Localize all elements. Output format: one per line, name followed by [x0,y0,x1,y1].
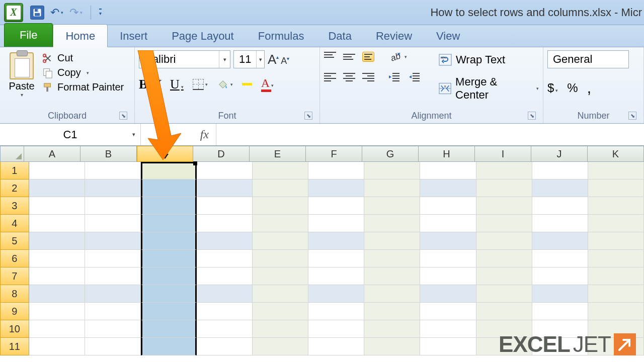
cell-F3[interactable] [308,197,364,215]
paste-dropdown-icon[interactable]: ▾ [4,92,39,98]
column-header-C[interactable] [137,146,193,162]
row-header-11[interactable]: 11 [0,338,29,355]
cell-I1[interactable] [476,162,532,179]
name-box-dropdown-icon[interactable]: ▾ [132,131,135,138]
cell-A3[interactable] [29,197,85,215]
cell-I4[interactable] [476,215,532,232]
cell-E1[interactable] [253,162,308,179]
cell-H3[interactable] [420,197,476,215]
column-header-F[interactable]: F [306,146,362,162]
row-header-9[interactable]: 9 [0,303,29,320]
cell-A7[interactable] [29,267,85,285]
cell-E2[interactable] [253,179,308,197]
cell-B3[interactable] [85,197,141,215]
cell-B4[interactable] [85,215,141,232]
cell-H1[interactable] [420,162,476,179]
dropdown-icon[interactable]: ▾ [256,51,264,68]
orientation-button[interactable]: ab ▾ [388,50,407,63]
cell-D4[interactable] [197,215,253,232]
column-header-E[interactable]: E [250,146,306,162]
cell-F5[interactable] [308,232,364,250]
cell-F4[interactable] [308,215,364,232]
cell-G9[interactable] [364,303,420,320]
cell-B1[interactable] [85,162,141,179]
cell-D6[interactable] [197,250,253,267]
tab-home[interactable]: Home [53,24,108,47]
cell-E4[interactable] [253,215,308,232]
cell-B6[interactable] [85,250,141,267]
align-right-button[interactable] [362,72,374,82]
cell-K3[interactable] [588,197,644,215]
cell-A4[interactable] [29,215,85,232]
fill-handle[interactable] [193,161,197,165]
cell-G2[interactable] [364,179,420,197]
cell-F8[interactable] [308,285,364,303]
cell-D8[interactable] [197,285,253,303]
cell-C8[interactable] [141,285,197,303]
save-button[interactable] [30,6,44,20]
wrap-text-button[interactable]: abc Wrap Text [439,53,539,66]
cell-H8[interactable] [420,285,476,303]
column-header-I[interactable]: I [475,146,531,162]
fill-color-button[interactable]: ▾ [217,79,233,90]
cell-J8[interactable] [532,285,588,303]
redo-button[interactable]: ↷▾ [69,6,83,19]
align-bottom-button[interactable] [362,52,374,62]
cell-D7[interactable] [197,267,253,285]
column-header-D[interactable]: D [193,146,250,162]
formula-input[interactable] [216,124,644,145]
merge-dropdown-icon[interactable]: ▾ [536,86,539,91]
cell-E6[interactable] [253,250,308,267]
grow-font-button[interactable]: A▴ [268,52,279,67]
tab-formulas[interactable]: Formulas [246,25,316,47]
italic-button[interactable]: I [156,77,161,92]
font-name-combo[interactable]: Calibri ▾ [139,50,230,68]
cell-J6[interactable] [532,250,588,267]
cell-B7[interactable] [85,267,141,285]
align-top-button[interactable] [324,52,336,62]
cell-A2[interactable] [29,179,85,197]
cell-D3[interactable] [197,197,253,215]
paste-button[interactable]: Paste ▾ [4,50,39,98]
cell-B5[interactable] [85,232,141,250]
cell-G10[interactable] [364,320,420,338]
align-center-button[interactable] [343,72,355,82]
column-header-G[interactable]: G [362,146,419,162]
cell-J5[interactable] [532,232,588,250]
cell-K4[interactable] [588,215,644,232]
align-left-button[interactable] [324,72,336,82]
row-header-4[interactable]: 4 [0,215,29,232]
cell-H9[interactable] [420,303,476,320]
cell-G4[interactable] [364,215,420,232]
cell-C10[interactable] [141,320,197,338]
tab-page-layout[interactable]: Page Layout [159,25,246,47]
decrease-indent-button[interactable] [388,71,401,82]
cell-D1[interactable] [197,162,253,179]
cell-I6[interactable] [476,250,532,267]
row-header-7[interactable]: 7 [0,267,29,285]
cell-E8[interactable] [253,285,308,303]
cell-H7[interactable] [420,267,476,285]
number-format-combo[interactable]: General [547,50,629,68]
cell-H6[interactable] [420,250,476,267]
cell-H2[interactable] [420,179,476,197]
worksheet[interactable]: ABDEFGHIJK 1234567891011 [0,146,644,355]
select-all-corner[interactable] [0,146,24,162]
font-color-button[interactable]: A▾ [261,76,274,92]
cell-G11[interactable] [364,338,420,355]
cell-E10[interactable] [253,320,308,338]
cell-G5[interactable] [364,232,420,250]
cell-H10[interactable] [420,320,476,338]
cell-K8[interactable] [588,285,644,303]
cell-J4[interactable] [532,215,588,232]
cell-D2[interactable] [197,179,253,197]
cell-C5[interactable] [141,232,197,250]
cell-J3[interactable] [532,197,588,215]
cell-D10[interactable] [197,320,253,338]
column-header-B[interactable]: B [80,146,137,162]
cell-F10[interactable] [308,320,364,338]
column-header-A[interactable]: A [24,146,80,162]
cell-D11[interactable] [197,338,253,355]
cell-F11[interactable] [308,338,364,355]
cell-G8[interactable] [364,285,420,303]
